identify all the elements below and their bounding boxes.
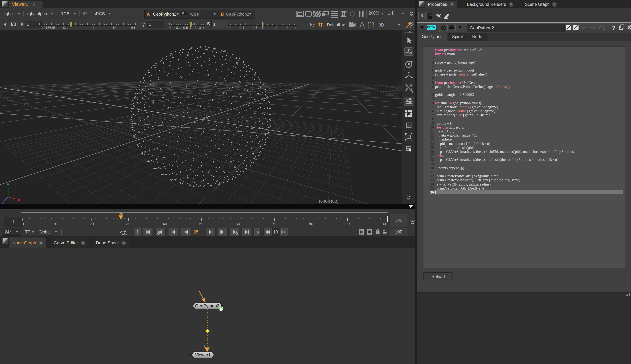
svg-text:E: E [220,307,222,310]
svg-text:0.1: 0.1 [176,26,181,29]
svg-text:3: 3 [286,26,288,29]
svg-text:0.1: 0.1 [63,26,68,29]
svg-text:50: 50 [199,222,203,226]
svg-text:0.5: 0.5 [183,26,188,29]
svg-text:1: 1 [93,26,95,29]
svg-text:Y: Y [6,182,10,187]
svg-text:1: 1 [190,26,192,29]
svg-text:1: 1 [203,344,205,349]
svg-text:1: 1 [22,222,24,226]
svg-text:Viewer1: Viewer1 [195,352,211,357]
svg-text:0: 0 [170,26,172,29]
svg-text:30: 30 [126,222,130,226]
svg-text:10: 10 [112,26,116,29]
svg-text:0.015625: 0.015625 [41,26,55,29]
svg-text:64: 64 [131,26,135,29]
svg-text:3D: 3D [379,23,384,28]
svg-text:90: 90 [345,222,350,226]
svg-text:4: 4 [203,26,205,29]
svg-text:28: 28 [119,212,123,216]
svg-text:4: 4 [295,26,297,29]
svg-text:10: 10 [203,116,208,120]
svg-text:20: 20 [90,222,94,226]
svg-text:?: ? [612,25,616,31]
svg-text:2: 2 [195,26,197,29]
svg-text:100: 100 [381,222,387,226]
svg-text:X: X [18,197,20,202]
svg-text:GeoPython2: GeoPython2 [195,303,219,308]
svg-text:Default: Default [327,22,340,27]
svg-text:0.5: 0.5 [252,26,257,29]
svg-text:(640x480): (640x480) [319,198,338,204]
svg-text:0.1: 0.1 [240,26,244,29]
svg-text:1: 1 [262,26,264,29]
svg-text:2: 2 [276,26,278,29]
svg-text:3: 3 [199,26,201,29]
svg-text:70: 70 [272,222,276,226]
svg-text:80: 80 [309,222,313,226]
svg-text:10: 10 [53,222,57,226]
svg-text:40: 40 [163,222,167,226]
svg-text:Z: Z [2,200,4,204]
svg-text:60: 60 [236,222,240,226]
svg-text:0: 0 [228,26,230,29]
